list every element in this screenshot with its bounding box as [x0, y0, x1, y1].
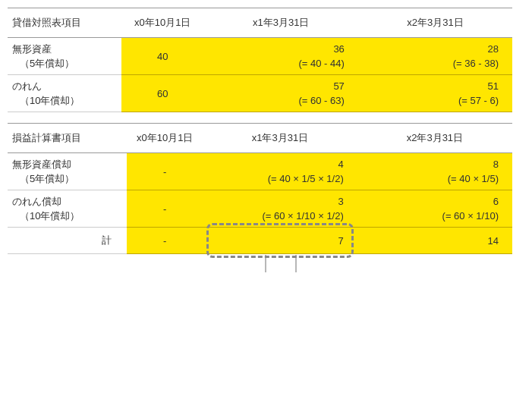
- income-statement-wrap: 損益計算書項目 x0年10月1日 x1年3月31日 x2年3月31日 無形資産償…: [8, 123, 524, 254]
- row-label-sub: （5年償却）: [12, 171, 127, 187]
- cell-stack: 8 (= 40 × 1/5): [357, 153, 512, 190]
- cell-stack: 28 (= 36 - 38): [358, 38, 512, 75]
- header-col-2: x2年3月31日: [357, 124, 512, 153]
- header-col-1: x1年3月31日: [203, 124, 357, 153]
- cell-value: -: [127, 153, 203, 190]
- total-value: 14: [357, 228, 512, 254]
- cell-stack: 3 (= 60 × 1/10 × 1/2): [203, 190, 357, 228]
- cell-formula: (= 40 × 1/5 × 1/2): [203, 171, 344, 187]
- cell-value: 36: [204, 42, 345, 57]
- row-label: のれん償却 （10年償却）: [8, 190, 127, 228]
- cell-value: 4: [203, 157, 344, 172]
- cell-stack: 51 (= 57 - 6): [358, 75, 512, 112]
- cell-value: 6: [357, 194, 499, 209]
- header-col-2: x2年3月31日: [358, 8, 512, 38]
- row-label: 無形資産償却 （5年償却）: [8, 153, 127, 190]
- balance-sheet-table: 貸借対照表項目 x0年10月1日 x1年3月31日 x2年3月31日 無形資産 …: [8, 8, 512, 112]
- cell-formula: (= 60 × 1/10): [357, 209, 499, 224]
- cell-value: 40: [121, 38, 204, 75]
- cell-value: 28: [358, 42, 499, 57]
- cell-formula: (= 57 - 6): [358, 93, 499, 108]
- cell-stack: 57 (= 60 - 63): [204, 75, 358, 112]
- header-col-0: x0年10月1日: [121, 8, 204, 38]
- cell-value: -: [127, 190, 203, 228]
- cell-stack: 36 (= 40 - 44): [204, 38, 358, 75]
- header-col-0: x0年10月1日: [127, 124, 203, 153]
- row-label-main: 無形資産償却: [12, 157, 127, 172]
- total-value: 7: [203, 228, 357, 254]
- cell-formula: (= 60 × 1/10 × 1/2): [203, 209, 344, 224]
- cell-stack: 6 (= 60 × 1/10): [357, 190, 512, 228]
- table-row: 無形資産 （5年償却） 40 36 (= 40 - 44) 28 (= 36 -…: [8, 38, 512, 75]
- table-header-row: 貸借対照表項目 x0年10月1日 x1年3月31日 x2年3月31日: [8, 8, 512, 38]
- cell-formula: (= 36 - 38): [358, 56, 499, 71]
- total-value: -: [127, 228, 203, 254]
- total-label: 計: [8, 228, 127, 254]
- row-label-main: 無形資産: [12, 42, 121, 57]
- row-label: のれん （10年償却）: [8, 75, 121, 112]
- income-statement-table: 損益計算書項目 x0年10月1日 x1年3月31日 x2年3月31日 無形資産償…: [8, 123, 512, 254]
- row-label: 無形資産 （5年償却）: [8, 38, 121, 75]
- table-row: のれん （10年償却） 60 57 (= 60 - 63) 51 (= 57 -…: [8, 75, 512, 112]
- table-header-row: 損益計算書項目 x0年10月1日 x1年3月31日 x2年3月31日: [8, 124, 512, 153]
- row-label-sub: （5年償却）: [12, 56, 121, 71]
- cell-formula: (= 40 - 44): [204, 56, 345, 71]
- header-label: 損益計算書項目: [8, 124, 127, 153]
- cell-value: 8: [357, 157, 499, 172]
- header-label: 貸借対照表項目: [8, 8, 121, 38]
- table-row: のれん償却 （10年償却） - 3 (= 60 × 1/10 × 1/2) 6 …: [8, 190, 512, 228]
- header-col-1: x1年3月31日: [204, 8, 358, 38]
- row-label-sub: （10年償却）: [12, 209, 127, 224]
- row-label-sub: （10年償却）: [12, 93, 121, 108]
- row-label-main: のれん: [12, 79, 121, 94]
- cell-value: 3: [203, 194, 344, 209]
- cell-value: 60: [121, 75, 204, 112]
- total-row: 計 - 7 14: [8, 228, 512, 254]
- cell-value: 57: [204, 79, 345, 94]
- cell-value: 51: [358, 79, 499, 94]
- cell-stack: 4 (= 40 × 1/5 × 1/2): [203, 153, 357, 190]
- cell-formula: (= 40 × 1/5): [357, 171, 499, 187]
- table-row: 無形資産償却 （5年償却） - 4 (= 40 × 1/5 × 1/2) 8 (…: [8, 153, 512, 190]
- cell-formula: (= 60 - 63): [204, 93, 345, 108]
- row-label-main: のれん償却: [12, 194, 127, 209]
